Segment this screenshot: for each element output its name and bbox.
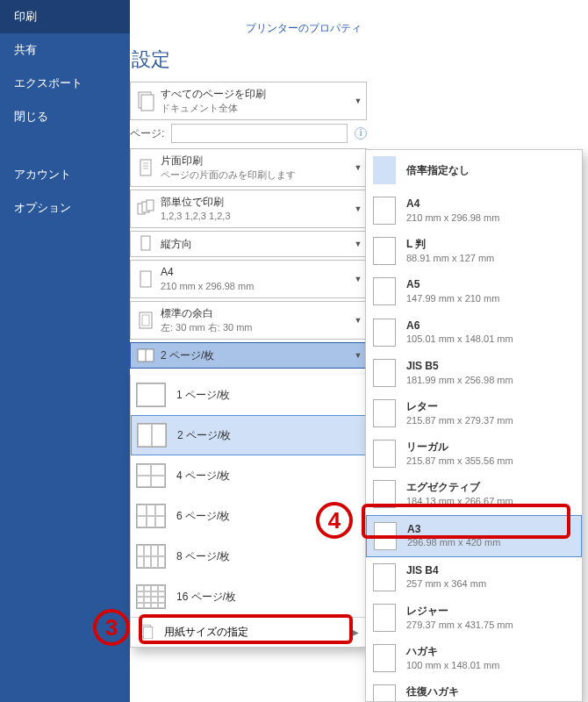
pps-option-label: 2 ページ/枚 bbox=[177, 428, 231, 443]
paper-size-icon bbox=[138, 623, 155, 641]
paper-size-option[interactable]: JIS B5181.99 mm x 256.98 mm bbox=[366, 353, 582, 393]
paper-size-option[interactable]: レター215.87 mm x 279.37 mm bbox=[366, 393, 582, 433]
info-icon[interactable]: i bbox=[355, 127, 367, 140]
setting-orientation[interactable]: 縦方向 ▼ bbox=[130, 231, 367, 257]
paper-name: A6 bbox=[406, 319, 513, 333]
paper-size-option[interactable]: 往復ハガキ148.01 mm x 200 mm bbox=[366, 678, 582, 702]
single-side-icon bbox=[131, 157, 161, 178]
paper-name: ハガキ bbox=[406, 644, 499, 659]
svg-rect-2 bbox=[140, 160, 151, 176]
chevron-down-icon: ▼ bbox=[350, 204, 366, 213]
setting-label: 片面印刷 bbox=[161, 154, 350, 168]
sidebar-label: 閉じる bbox=[14, 110, 48, 123]
paper-name: 倍率指定なし bbox=[406, 163, 470, 178]
backstage-sidebar: 印刷 共有 エクスポート 閉じる アカウント オプション bbox=[0, 0, 130, 702]
paper-size-option[interactable]: A6105.01 mm x 148.01 mm bbox=[366, 312, 582, 353]
chevron-down-icon: ▼ bbox=[350, 351, 366, 360]
paper-dim: 215.87 mm x 279.37 mm bbox=[406, 414, 513, 427]
chevron-down-icon: ▼ bbox=[350, 97, 366, 105]
paper-size-option[interactable]: A5147.99 mm x 210 mm bbox=[366, 271, 582, 312]
paper-name: レジャー bbox=[406, 604, 513, 619]
paper-size-option[interactable]: レジャー279.37 mm x 431.75 mm bbox=[366, 598, 582, 638]
paper-dim: 296.98 mm x 420 mm bbox=[407, 536, 500, 549]
paper-swatch-icon bbox=[373, 440, 396, 468]
paper-size-option[interactable]: L 判88.91 mm x 127 mm bbox=[366, 231, 582, 271]
svg-rect-16 bbox=[143, 627, 153, 640]
paper-name: エグゼクティブ bbox=[406, 480, 513, 495]
setting-sub: 210 mm x 296.98 mm bbox=[161, 280, 350, 293]
settings-heading: 設定 bbox=[130, 45, 367, 82]
pps-thumb-icon bbox=[136, 584, 166, 609]
setting-pages-per-sheet[interactable]: 2 ページ/枚 ▼ bbox=[130, 342, 367, 369]
pps-option-label: 1 ページ/枚 bbox=[176, 388, 230, 403]
setting-margins[interactable]: 標準の余白 左: 30 mm 右: 30 mm ▼ bbox=[130, 301, 367, 340]
pages-icon bbox=[131, 90, 161, 111]
pps-thumb-icon bbox=[136, 383, 166, 407]
sidebar-item-close[interactable]: 閉じる bbox=[0, 100, 130, 133]
sidebar-label: アカウント bbox=[14, 168, 71, 181]
paper-name: JIS B5 bbox=[406, 359, 513, 374]
paper-name: A5 bbox=[406, 277, 499, 292]
svg-rect-9 bbox=[141, 236, 150, 250]
paper-size-option[interactable]: リーガル215.87 mm x 355.56 mm bbox=[366, 433, 582, 474]
setting-sides[interactable]: 片面印刷 ページの片面のみを印刷します ▼ bbox=[130, 148, 367, 187]
pps-footer-label: 用紙サイズの指定 bbox=[164, 625, 248, 640]
paper-size-menu: 倍率指定なしA4210 mm x 296.98 mmL 判88.91 mm x … bbox=[365, 149, 583, 702]
pages-per-sheet-menu: 1 ページ/枚2 ページ/枚4 ページ/枚6 ページ/枚8 ページ/枚16 ペー… bbox=[130, 375, 367, 648]
pps-option-label: 4 ページ/枚 bbox=[176, 469, 230, 484]
printer-properties-link[interactable]: プリンターのプロパティ bbox=[130, 5, 367, 45]
sidebar-item-export[interactable]: エクスポート bbox=[0, 67, 130, 100]
setting-label: A4 bbox=[161, 265, 350, 279]
paper-dim: 257 mm x 364 mm bbox=[406, 577, 486, 591]
pages-label: ページ: bbox=[130, 126, 164, 141]
setting-label: すべてのページを印刷 bbox=[161, 87, 350, 101]
paper-dim: 184.13 mm x 266.67 mm bbox=[406, 495, 513, 508]
setting-paper-size[interactable]: A4 210 mm x 296.98 mm ▼ bbox=[130, 260, 367, 298]
setting-label: 標準の余白 bbox=[161, 306, 350, 320]
paper-swatch-icon bbox=[373, 644, 396, 672]
setting-sub: 1,2,3 1,2,3 1,2,3 bbox=[161, 210, 350, 223]
paper-swatch-icon bbox=[373, 604, 396, 632]
pps-thumb-icon bbox=[136, 544, 166, 569]
pps-option[interactable]: 1 ページ/枚 bbox=[131, 375, 366, 415]
setting-label: 2 ページ/枚 bbox=[161, 348, 350, 362]
svg-rect-10 bbox=[140, 271, 151, 287]
paper-dim: 210 mm x 296.98 mm bbox=[406, 211, 499, 225]
setting-collate[interactable]: 部単位で印刷 1,2,3 1,2,3 1,2,3 ▼ bbox=[130, 190, 367, 228]
chevron-down-icon: ▼ bbox=[350, 275, 366, 283]
pps-option-label: 8 ページ/枚 bbox=[176, 549, 230, 564]
pps-specify-paper-size[interactable]: 用紙サイズの指定▶ bbox=[131, 617, 366, 647]
pps-option[interactable]: 4 ページ/枚 bbox=[131, 455, 366, 496]
pps-option[interactable]: 8 ページ/枚 bbox=[131, 536, 366, 577]
paper-swatch-icon bbox=[373, 684, 396, 702]
paper-size-option[interactable]: A4210 mm x 296.98 mm bbox=[366, 190, 582, 231]
sidebar-label: オプション bbox=[14, 201, 71, 214]
paper-dim: 215.87 mm x 355.56 mm bbox=[406, 455, 513, 468]
paper-size-option[interactable]: 倍率指定なし bbox=[366, 150, 582, 190]
sidebar-item-share[interactable]: 共有 bbox=[0, 33, 130, 67]
pages-per-sheet-icon bbox=[131, 345, 161, 366]
paper-dim: 181.99 mm x 256.98 mm bbox=[406, 374, 513, 387]
sidebar-label: 共有 bbox=[14, 43, 37, 56]
sidebar-label: エクスポート bbox=[14, 76, 82, 90]
paper-name: JIS B4 bbox=[406, 563, 486, 578]
paper-swatch-icon bbox=[374, 522, 397, 550]
collate-icon bbox=[131, 198, 161, 219]
pps-option-label: 6 ページ/枚 bbox=[176, 509, 230, 524]
sidebar-item-options[interactable]: オプション bbox=[0, 191, 130, 225]
setting-label: 部単位で印刷 bbox=[161, 195, 350, 209]
paper-size-option[interactable]: JIS B4257 mm x 364 mm bbox=[366, 557, 582, 598]
pps-option[interactable]: 2 ページ/枚 bbox=[131, 415, 366, 455]
sidebar-item-account[interactable]: アカウント bbox=[0, 158, 130, 191]
paper-size-option[interactable]: A3296.98 mm x 420 mm bbox=[366, 515, 582, 557]
sidebar-item-print[interactable]: 印刷 bbox=[0, 0, 130, 33]
paper-swatch-icon bbox=[373, 156, 396, 184]
pages-input[interactable] bbox=[171, 124, 348, 143]
paper-size-option[interactable]: エグゼクティブ184.13 mm x 266.67 mm bbox=[366, 474, 582, 514]
paper-size-option[interactable]: ハガキ100 mm x 148.01 mm bbox=[366, 638, 582, 678]
pps-option[interactable]: 16 ページ/枚 bbox=[131, 577, 366, 617]
print-settings-pane: プリンターのプロパティ 設定 すべてのページを印刷 ドキュメント全体 ▼ ページ… bbox=[130, 0, 367, 371]
paper-name: リーガル bbox=[406, 440, 513, 455]
setting-print-range[interactable]: すべてのページを印刷 ドキュメント全体 ▼ bbox=[130, 82, 367, 120]
pps-option[interactable]: 6 ページ/枚 bbox=[131, 496, 366, 536]
